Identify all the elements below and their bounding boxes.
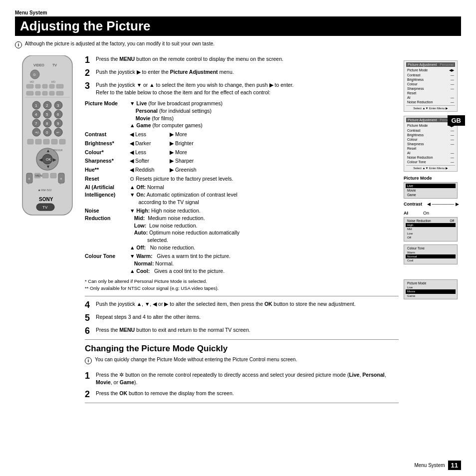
info-note-text: Although the picture is adjusted at the … — [25, 41, 215, 46]
svg-text:⊙: ⊙ — [33, 73, 36, 76]
table-label-ai: AI (ArtificialIntelligence) — [85, 184, 130, 206]
screen1-title: Picture Adjustment — [408, 63, 437, 66]
screen-row-reset-1: Reset — [406, 91, 455, 95]
svg-rect-11 — [56, 84, 63, 88]
table-row-ai: AI (ArtificialIntelligence) ▲ Off: Norma… — [85, 184, 399, 206]
table-label-picture-mode: Picture Mode — [85, 100, 130, 129]
screen-row-reset-2: Reset — [406, 146, 455, 151]
footer-section-label: Menu System — [414, 463, 445, 468]
step-4-num: 4 — [85, 300, 93, 309]
svg-text:7: 7 — [35, 121, 37, 126]
step-1: 1 Press the MENU button on the remote co… — [85, 55, 399, 64]
info-box: i Although the picture is adjusted at th… — [15, 41, 461, 48]
screen-mockup-1: Picture Adjustment Personal Picture Mode… — [404, 60, 458, 112]
table-row-reset: Reset ⊙ Resets picture to the factory pr… — [85, 175, 399, 183]
footnotes: * Can only be altered if Personal Pictur… — [85, 278, 399, 292]
step-2: 2 Push the joystick ▶ to enter the Pictu… — [85, 68, 399, 77]
svg-rect-7 — [26, 84, 33, 88]
svg-rect-14 — [42, 91, 47, 95]
remote-column: VIDEO TV ⊙ I/O I/O — [15, 55, 80, 407]
svg-text:▶: ▶ — [53, 157, 56, 162]
table-label-sharpness: Sharpness* — [85, 157, 130, 165]
step-3: 3 Push the joystick ▼ or ▲ to select the… — [85, 81, 399, 96]
ct-screen: Colour Tone Warm Normal Cool — [404, 244, 458, 264]
svg-text:▲: ▲ — [46, 148, 50, 153]
step-6-num: 6 — [85, 326, 93, 335]
svg-text:−: − — [59, 182, 61, 186]
svg-text:↩: ↩ — [56, 131, 59, 134]
bottom-pm-game: Game — [406, 294, 456, 298]
divider-1 — [85, 296, 399, 296]
svg-text:8: 8 — [46, 121, 48, 126]
table-row-picture-mode: Picture Mode ▼ Live (for live broadcast … — [85, 100, 399, 129]
svg-rect-16 — [56, 91, 63, 95]
table-values-colour-tone: ▼ Warm: Gives a warm tint to the picture… — [130, 252, 399, 274]
svg-rect-61 — [50, 173, 56, 178]
ct-warm: Warm — [406, 250, 456, 254]
screen-row-ai-2: AI— — [406, 151, 455, 155]
bottom-pm-wrapper: Picture Mode Live Movie Game — [404, 279, 461, 299]
svg-rect-45 — [43, 139, 49, 144]
remote-wrapper: VIDEO TV ⊙ I/O I/O — [17, 55, 77, 226]
table-row-noise: NoiseReduction ▼ High: High noise reduct… — [85, 207, 399, 251]
table-values-noise: ▼ High: High noise reduction. Mid: Mediu… — [130, 207, 399, 251]
screen1-footer: Select ▲▼ Enter Menu ▶ — [406, 105, 455, 110]
svg-text:◀: ◀ — [39, 157, 42, 162]
svg-text:6: 6 — [57, 112, 59, 117]
sub-step-1: 1 Press the ✲ button on the remote contr… — [85, 371, 399, 386]
picture-mode-label: Picture Mode — [404, 176, 461, 181]
pm-game: Game — [406, 193, 456, 197]
step-2-num: 2 — [85, 68, 93, 77]
svg-rect-10 — [49, 84, 54, 88]
bottom-pm-list: Live Movie Game — [406, 285, 456, 298]
contrast-section-label: Contrast ◀ ─────── ▶ — [404, 202, 461, 207]
step-3-content: Push the joystick ▼ or ▲ to select the i… — [96, 81, 294, 96]
svg-text:TV: TV — [42, 205, 48, 210]
section-label: Menu System — [15, 10, 461, 15]
table-label-colour: Colour* — [85, 149, 130, 156]
screen-row-sh-1: Sharpness— — [406, 86, 455, 91]
nr-label: Noise Reduction — [407, 219, 431, 223]
ct-normal: Normal — [406, 254, 456, 258]
divider-2 — [85, 339, 399, 340]
screen1-tab: Personal — [440, 63, 454, 66]
svg-rect-60 — [42, 173, 48, 178]
svg-text:0: 0 — [46, 130, 48, 135]
sub-section-title: Changing the Picture Mode Quickly — [85, 344, 399, 354]
svg-rect-8 — [35, 84, 40, 88]
main-content: VIDEO TV ⊙ I/O I/O — [15, 55, 461, 407]
table-values-picture-mode: ▼ Live (for live broadcast programmes) P… — [130, 100, 399, 129]
ct-list: Warm Normal Cool — [406, 250, 456, 263]
table-values-contrast: ◀ Less ▶ More — [130, 131, 399, 138]
instructions-column: 1 Press the MENU button on the remote co… — [85, 55, 399, 407]
bottom-pm-label: Picture Mode — [407, 281, 426, 285]
screen-row-pm-1: Picture Mode◀▶ — [406, 68, 455, 73]
table-label-hue: Hue** — [85, 166, 130, 174]
svg-text:1: 1 — [35, 103, 37, 108]
svg-text:+: + — [60, 177, 62, 181]
table-row-contrast: Contrast ◀ Less ▶ More — [85, 131, 399, 138]
sub-info-icon: i — [85, 357, 92, 364]
svg-text:−: − — [27, 182, 29, 186]
page-number: 11 — [448, 461, 461, 470]
screen-row-ai-1: AI— — [406, 95, 455, 100]
nr-screen: Noise Reduction Off High Mid Low Off — [404, 217, 458, 241]
sub-info-note-text: You can quickly change the Picture Mode … — [95, 357, 297, 362]
step-5: 5 Repeat steps 3 and 4 to alter the othe… — [85, 313, 399, 322]
step-1-num: 1 — [85, 55, 93, 64]
step-5-content: Repeat steps 3 and 4 to alter the other … — [96, 313, 201, 322]
page-title: Adjusting the Picture — [15, 16, 461, 36]
table-values-ai: ▲ Off: Normal ▼ On: Automatic optimizati… — [130, 184, 399, 206]
table-values-brightness: ◀ Darker ▶ Brighter — [130, 140, 399, 147]
gb-badge: GB — [448, 115, 466, 126]
step-6-content: Press the MENU button to exit and return… — [96, 326, 250, 335]
table-row-brightness: Brightness* ◀ Darker ▶ Brighter — [85, 140, 399, 147]
screen-row-nr-1: Noise Reduction— — [406, 100, 455, 104]
svg-text:■ RM-502: ■ RM-502 — [38, 189, 52, 192]
svg-text:PROGR: PROGR — [53, 149, 63, 152]
page-container: Menu System Adjusting the Picture i Alth… — [0, 0, 476, 476]
svg-text:2: 2 — [46, 103, 48, 108]
table-row-colour-tone: Colour Tone ▼ Warm: Gives a warm tint to… — [85, 252, 399, 274]
remote-control-svg: VIDEO TV ⊙ I/O I/O — [17, 55, 77, 225]
sub-step-2-content: Press the OK button to remove the displa… — [96, 390, 234, 399]
